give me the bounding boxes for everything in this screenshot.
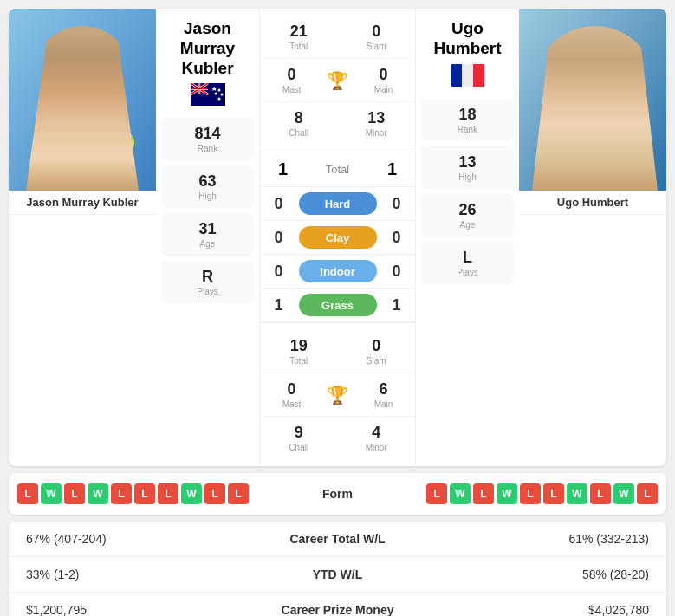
form-label: Form — [303, 487, 373, 501]
right-slam-value: 0 — [341, 337, 412, 355]
right-minor-label: Minor — [341, 443, 412, 452]
form-badge-l: L — [158, 483, 178, 504]
form-badge-l: L — [520, 483, 541, 504]
left-high-label: High — [198, 191, 217, 201]
left-chall-cell: 8 Chall — [260, 102, 338, 145]
right-main-label: Main — [355, 399, 412, 409]
stat-label-2: Career Prize Money — [251, 603, 425, 616]
svg-point-29 — [581, 71, 587, 78]
form-badge-w: W — [613, 483, 634, 504]
right-total-cell: 19 Total — [260, 330, 338, 373]
grass-right: 1 — [384, 296, 410, 314]
stat-label-1: YTD W/L — [251, 567, 425, 581]
svg-point-19 — [217, 98, 220, 101]
total-label: Total — [303, 163, 373, 176]
svg-point-22 — [214, 93, 217, 95]
form-badge-w: W — [41, 483, 62, 504]
center-stats: 21 Total 0 Slam 0 Mast 🏆 — [260, 9, 415, 466]
left-minor-cell: 13 Minor — [338, 102, 416, 145]
form-badge-l: L — [426, 483, 447, 504]
total-row: 1 Total 1 — [260, 152, 415, 187]
right-mast-label: Mast — [263, 399, 320, 409]
left-rank-value: 814 — [194, 125, 220, 143]
left-chall-label: Chall — [263, 128, 334, 138]
svg-point-21 — [217, 89, 220, 92]
svg-point-30 — [598, 71, 605, 78]
svg-point-3 — [48, 43, 117, 69]
svg-point-5 — [58, 50, 107, 106]
svg-point-7 — [88, 71, 94, 78]
form-badge-l: L — [134, 483, 155, 504]
form-badge-l: L — [64, 483, 85, 504]
right-chall-cell: 9 Chall — [260, 417, 338, 459]
right-player-photo: Ugo Humbert — [519, 9, 666, 466]
left-mast-value: 0 — [263, 66, 320, 84]
right-player-name-block: Ugo Humbert — [416, 9, 519, 94]
form-badge-l: L — [473, 483, 494, 504]
clay-row: 0 Clay 0 — [260, 221, 415, 255]
right-flag — [423, 64, 512, 90]
stat-left-2: $1,200,795 — [26, 603, 251, 616]
stat-left-0: 67% (407-204) — [26, 532, 251, 546]
right-rank-value: 18 — [458, 106, 477, 124]
right-main-cell: 6 Main — [352, 373, 415, 416]
left-plays-label: Plays — [197, 287, 217, 296]
right-rank-label: Rank — [458, 125, 477, 134]
form-badge-l: L — [637, 483, 658, 504]
stat-row-1: 33% (1-2) YTD W/L 58% (28-20) — [9, 557, 666, 593]
form-badge-l: L — [204, 483, 225, 504]
stat-right-1: 58% (28-20) — [425, 567, 650, 581]
grass-left: 1 — [266, 296, 292, 314]
comparison-card: Jason Murray Kubler Jason Murray Kubler — [9, 9, 666, 466]
hard-left: 0 — [266, 195, 292, 213]
svg-rect-31 — [581, 108, 604, 124]
left-stats-col: Jason Murray Kubler — [156, 9, 260, 466]
right-plays-value: L — [457, 249, 477, 267]
indoor-left: 0 — [266, 263, 292, 281]
svg-rect-4 — [48, 50, 117, 64]
right-total-value: 19 — [263, 337, 334, 355]
left-total-label: Total — [263, 42, 334, 51]
form-badge-w: W — [567, 483, 587, 504]
right-stats-col: Ugo Humbert 18 Rank 13 H — [415, 9, 519, 466]
form-badge-l: L — [17, 483, 38, 504]
total-score-right: 1 — [380, 159, 406, 179]
indoor-row: 0 Indoor 0 — [260, 255, 415, 289]
grass-badge: Grass — [299, 294, 377, 316]
form-badge-l: L — [111, 483, 132, 504]
left-total-cell: 21 Total — [260, 16, 338, 58]
right-slam-cell: 0 Slam — [338, 330, 416, 373]
right-mast-cell: 0 Mast — [260, 373, 323, 416]
grass-row: 1 Grass 1 — [260, 289, 415, 322]
left-main-label: Main — [355, 85, 412, 94]
right-high-label: High — [458, 172, 477, 182]
indoor-badge: Indoor — [299, 260, 377, 282]
left-age-label: Age — [198, 239, 216, 249]
svg-point-24 — [562, 43, 623, 113]
right-plays-label: Plays — [457, 268, 477, 277]
right-trophy-cell: 🏆 — [323, 379, 352, 411]
svg-point-8 — [108, 130, 134, 156]
svg-point-1 — [52, 43, 113, 113]
right-minor-value: 4 — [341, 424, 412, 442]
left-form-badges: LWLWLLLWLL — [17, 483, 249, 504]
svg-rect-2 — [43, 104, 121, 191]
right-player-name: Ugo Humbert — [423, 19, 512, 59]
form-badge-l: L — [590, 483, 611, 504]
right-form-badges: LWLWLLWLWL — [426, 483, 658, 504]
left-main-value: 0 — [355, 66, 412, 84]
left-plays-block: R Plays — [161, 261, 254, 303]
left-plays-value: R — [197, 268, 217, 286]
right-plays-block: L Plays — [421, 242, 514, 284]
right-chall-value: 9 — [263, 424, 334, 442]
right-chall-label: Chall — [263, 443, 334, 452]
left-chall-value: 8 — [263, 109, 334, 127]
stat-row-0: 67% (407-204) Career Total W/L 61% (332-… — [9, 522, 666, 557]
form-badge-l: L — [228, 483, 249, 504]
clay-badge: Clay — [299, 226, 377, 249]
stat-left-1: 33% (1-2) — [26, 567, 251, 581]
total-score-left: 1 — [270, 159, 296, 179]
stat-row-2: $1,200,795 Career Prize Money $4,026,780 — [9, 593, 666, 616]
stats-section: 67% (407-204) Career Total W/L 61% (332-… — [9, 522, 666, 616]
svg-rect-25 — [554, 104, 632, 191]
